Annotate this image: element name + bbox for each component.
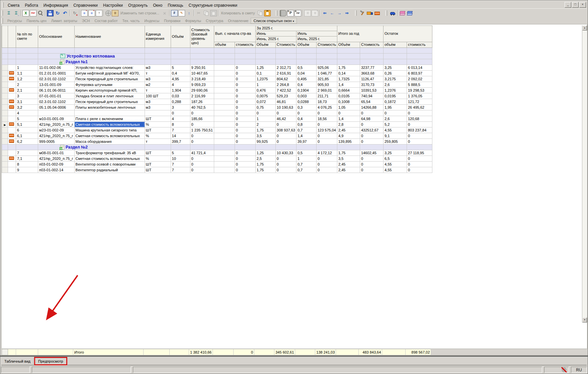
- grid-cell[interactable]: 1,4: [337, 82, 360, 87]
- row-icon-cell[interactable]: [8, 87, 16, 93]
- grid-cell[interactable]: т: [145, 70, 171, 76]
- grid-cell[interactable]: 2 092,02: [407, 76, 432, 82]
- grid-cell[interactable]: 1126,47: [360, 76, 383, 82]
- grid-cell[interactable]: 0: [360, 138, 383, 144]
- grid-cell[interactable]: 0,0195: [383, 93, 407, 99]
- calculator-icon[interactable]: [171, 10, 178, 16]
- grid-cell[interactable]: 1,95: [383, 104, 407, 110]
- grid-cell[interactable]: 6,5: [383, 156, 407, 161]
- grid-cell[interactable]: 1,25: [255, 150, 275, 156]
- grid-cell[interactable]: [214, 53, 235, 59]
- indent-all-icon[interactable]: [343, 10, 350, 16]
- grid-cell[interactable]: 0: [235, 87, 255, 93]
- grid-cell[interactable]: [316, 144, 337, 150]
- grid-cell[interactable]: 3,25: [383, 65, 407, 70]
- grid-cell[interactable]: 9 059,23: [190, 82, 214, 87]
- tab-preview[interactable]: Предпросмотр: [35, 358, 66, 364]
- grid-cell[interactable]: [360, 144, 383, 150]
- grid-cell[interactable]: 0: [190, 138, 214, 144]
- grid-cell[interactable]: м3: [145, 99, 171, 104]
- grid-cell[interactable]: [214, 65, 235, 70]
- copy-to-estimate-button[interactable]: Копировать в смету: [220, 11, 257, 15]
- grid-cell[interactable]: 1,25: [255, 65, 275, 70]
- grid-cell[interactable]: 5: [16, 116, 38, 121]
- grid-cell[interactable]: [145, 53, 171, 59]
- grid-cell[interactable]: 0: [360, 167, 383, 173]
- grid-cell[interactable]: 6,2: [16, 138, 38, 144]
- panel-tab-8[interactable]: Формулы: [183, 18, 203, 23]
- menu-item-8[interactable]: Структурные справочники: [186, 2, 240, 8]
- grid-cell[interactable]: [407, 59, 432, 65]
- grid-cell[interactable]: [214, 110, 235, 116]
- grid-cell[interactable]: 10: [171, 156, 190, 161]
- row-icon-cell[interactable]: [8, 121, 16, 127]
- undo-icon[interactable]: [62, 10, 68, 16]
- excel-export-icon[interactable]: [22, 10, 29, 16]
- grid-cell[interactable]: 1,7325: [337, 76, 360, 82]
- grid-cell[interactable]: [214, 144, 235, 150]
- vertical-scrollbar[interactable]: ▲ ▼: [582, 25, 587, 322]
- grid-cell[interactable]: 3,1: [16, 99, 38, 104]
- grid-cell[interactable]: 0: [190, 167, 214, 173]
- grid-cell[interactable]: [360, 53, 383, 59]
- delete-x-icon[interactable]: [161, 10, 168, 16]
- scroll-up-icon[interactable]: ▲: [582, 25, 587, 30]
- grid-cell[interactable]: 9 250,91: [190, 65, 214, 70]
- grid-cell[interactable]: 4: [171, 82, 190, 87]
- grid-cell[interactable]: [255, 53, 275, 59]
- grid-cell[interactable]: 0: [235, 99, 255, 104]
- grid-cell[interactable]: [145, 110, 171, 116]
- grid-cell[interactable]: 0: [235, 121, 255, 127]
- grid-cell[interactable]: [214, 99, 235, 104]
- row-edit-icon[interactable]: [304, 10, 311, 16]
- grid-cell[interactable]: [16, 59, 38, 65]
- grid-cell[interactable]: [214, 82, 235, 87]
- grid-cell[interactable]: %: [145, 133, 171, 138]
- grid-cell[interactable]: 0: [235, 70, 255, 76]
- grid-cell[interactable]: ШТ: [145, 161, 171, 167]
- books-pink-icon[interactable]: [399, 10, 406, 16]
- grid-cell[interactable]: Масса оборудования: [74, 138, 145, 144]
- catalog-tools-icon[interactable]: [112, 10, 118, 16]
- grid-cell[interactable]: 1,2375: [255, 76, 275, 82]
- grid-cell[interactable]: м10-01-001-09: [38, 116, 75, 121]
- row-icon-cell[interactable]: [8, 59, 16, 65]
- toolbar-grip[interactable]: [1, 18, 3, 23]
- grid-cell[interactable]: [190, 48, 214, 53]
- grid-cell[interactable]: 3,5: [337, 156, 360, 161]
- grid-cell[interactable]: 01.2.01.01-0001: [38, 70, 75, 76]
- close-button[interactable]: ×: [579, 2, 586, 8]
- caption-cell[interactable]: Устройство котлована: [38, 53, 145, 59]
- menu-item-0[interactable]: Смета: [5, 2, 22, 8]
- grid-cell[interactable]: [74, 48, 145, 53]
- row-indicator[interactable]: [2, 104, 8, 110]
- toolbar-grip[interactable]: [355, 10, 357, 16]
- row-indicator[interactable]: [2, 167, 8, 173]
- grid-cell[interactable]: 7: [171, 167, 190, 173]
- grid-cell[interactable]: 123 575,04: [316, 127, 337, 133]
- truck-icon[interactable]: [366, 10, 373, 16]
- grid-cell[interactable]: [16, 53, 38, 59]
- grid-cell[interactable]: [190, 144, 214, 150]
- grid-cell[interactable]: 05.1.05.04-0006: [38, 104, 75, 110]
- row-indicator[interactable]: [2, 53, 8, 59]
- grid-cell[interactable]: 0: [235, 76, 255, 82]
- grid-cell[interactable]: 5 888,5: [407, 82, 432, 87]
- grid-cell[interactable]: [337, 144, 360, 150]
- grid-cell[interactable]: 10 467,65: [190, 70, 214, 76]
- grid-cell[interactable]: 0,14: [337, 70, 360, 76]
- menubar-grip[interactable]: [2, 2, 4, 8]
- grid-cell[interactable]: [214, 76, 235, 82]
- grid-cell[interactable]: 2,45: [337, 127, 360, 133]
- grid-cell[interactable]: 3170,73: [360, 82, 383, 87]
- grid-cell[interactable]: 2,5: [255, 156, 275, 161]
- grid-cell[interactable]: 399,7: [171, 138, 190, 144]
- grid-cell[interactable]: 0: [407, 121, 432, 127]
- grid-cell[interactable]: ШТ: [145, 150, 171, 156]
- grid-cell[interactable]: [214, 156, 235, 161]
- grid-cell[interactable]: [214, 161, 235, 167]
- grid-cell[interactable]: 39,97: [296, 138, 316, 144]
- grid-cell[interactable]: 02.3.01.02-1102: [38, 76, 75, 82]
- grid-cell[interactable]: 529,23: [275, 93, 296, 99]
- grid-cell[interactable]: 0: [235, 161, 255, 167]
